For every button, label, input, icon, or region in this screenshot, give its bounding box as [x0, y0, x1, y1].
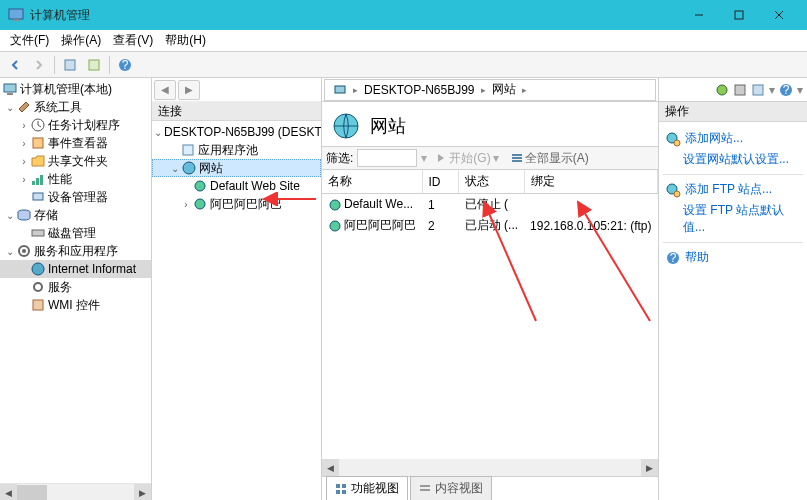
svg-text:?: ?: [122, 58, 129, 72]
svg-point-51: [674, 191, 680, 197]
menu-action[interactable]: 操作(A): [55, 30, 107, 51]
svg-rect-37: [336, 484, 340, 488]
svg-rect-33: [512, 157, 522, 159]
svg-rect-6: [65, 60, 75, 70]
tree-services-node[interactable]: 服务: [0, 278, 151, 296]
table-row[interactable]: Default We... 1 已停止 (: [322, 194, 658, 216]
col-name[interactable]: 名称: [322, 170, 422, 194]
conn-custom-site[interactable]: › 阿巴阿巴阿巴: [152, 195, 321, 213]
svg-rect-42: [420, 489, 430, 491]
breadcrumb-home-icon[interactable]: [329, 80, 351, 100]
svg-point-35: [330, 200, 340, 210]
col-binding[interactable]: 绑定: [524, 170, 657, 194]
tree-performance[interactable]: › 性能: [0, 170, 151, 188]
tree-iis[interactable]: Internet Informat: [0, 260, 151, 278]
left-scrollbar[interactable]: ◀ ▶: [0, 483, 151, 500]
svg-point-43: [717, 85, 727, 95]
scroll-left-icon[interactable]: ◀: [0, 484, 17, 500]
tree-systools[interactable]: ⌄ 系统工具: [0, 98, 151, 116]
chevron-right-icon: ▸: [479, 85, 488, 95]
toolbar-icon[interactable]: [733, 83, 747, 97]
refresh-button[interactable]: [83, 54, 105, 76]
filter-input[interactable]: [357, 149, 417, 167]
action-add-ftp[interactable]: 添加 FTP 站点...: [663, 179, 803, 200]
conn-sites[interactable]: ⌄ 网站: [152, 159, 321, 177]
expand-icon[interactable]: ›: [18, 174, 30, 185]
globe-icon: [328, 219, 342, 233]
scroll-left-icon[interactable]: ◀: [322, 459, 339, 476]
tab-content-view[interactable]: 内容视图: [410, 476, 492, 500]
properties-button[interactable]: [59, 54, 81, 76]
toolbar-icon[interactable]: [715, 83, 729, 97]
scroll-right-icon[interactable]: ▶: [641, 459, 658, 476]
toolbar-icon[interactable]: [751, 83, 765, 97]
collapse-icon[interactable]: ⌄: [4, 102, 16, 113]
breadcrumb[interactable]: ▸ DESKTOP-N65BJ99 ▸ 网站 ▸: [324, 79, 656, 101]
computer-icon: [2, 81, 18, 97]
menu-help[interactable]: 帮助(H): [159, 30, 212, 51]
scroll-right-icon[interactable]: ▶: [134, 484, 151, 500]
toolbar: ?: [0, 52, 807, 78]
svg-rect-41: [420, 485, 430, 487]
table-row[interactable]: 阿巴阿巴阿巴 2 已启动 (... 192.168.0.105:21: (ftp…: [322, 215, 658, 236]
forward-button[interactable]: [28, 54, 50, 76]
svg-rect-3: [735, 11, 743, 19]
col-status[interactable]: 状态: [459, 170, 524, 194]
svg-point-28: [195, 181, 205, 191]
tree-wmi[interactable]: WMI 控件: [0, 296, 151, 314]
page-title: 网站: [370, 114, 406, 138]
nav-forward-button[interactable]: ▶: [178, 80, 200, 100]
collapse-icon[interactable]: ⌄: [154, 127, 162, 138]
svg-point-27: [183, 162, 195, 174]
nav-back-button[interactable]: ◀: [154, 80, 176, 100]
close-button[interactable]: [759, 0, 799, 30]
go-button[interactable]: 开始(G) ▾: [431, 150, 502, 167]
tree-storage[interactable]: ⌄ 存储: [0, 206, 151, 224]
help-icon: ?: [665, 250, 681, 266]
tree-shared-folders[interactable]: › 共享文件夹: [0, 152, 151, 170]
tab-feature-view[interactable]: 功能视图: [326, 476, 408, 500]
breadcrumb-sites[interactable]: 网站: [488, 80, 520, 100]
showall-button[interactable]: 全部显示(A): [507, 150, 593, 167]
conn-app-pools[interactable]: 应用程序池: [152, 141, 321, 159]
svg-rect-34: [512, 160, 522, 162]
menu-file[interactable]: 文件(F): [4, 30, 55, 51]
action-site-defaults[interactable]: 设置网站默认设置...: [663, 149, 803, 170]
collapse-icon[interactable]: ⌄: [4, 246, 16, 257]
svg-rect-32: [512, 154, 522, 156]
wmi-icon: [30, 297, 46, 313]
col-id[interactable]: ID: [422, 170, 459, 194]
tree-device-manager[interactable]: 设备管理器: [0, 188, 151, 206]
tree-root[interactable]: 计算机管理(本地): [0, 80, 151, 98]
svg-rect-38: [342, 484, 346, 488]
expand-icon[interactable]: ›: [180, 199, 192, 210]
clock-icon: [30, 117, 46, 133]
back-button[interactable]: [4, 54, 26, 76]
help-icon[interactable]: ?: [779, 83, 793, 97]
table-scrollbar[interactable]: ◀ ▶: [322, 459, 658, 476]
action-help[interactable]: ? 帮助: [663, 247, 803, 268]
conn-default-site[interactable]: Default Web Site: [152, 177, 321, 195]
tree-disk-management[interactable]: 磁盘管理: [0, 224, 151, 242]
globe-icon: [328, 198, 342, 212]
expand-icon[interactable]: ›: [18, 156, 30, 167]
perf-icon: [30, 171, 46, 187]
collapse-icon[interactable]: ⌄: [4, 210, 16, 221]
collapse-icon[interactable]: ⌄: [169, 163, 181, 174]
conn-server[interactable]: ⌄ DESKTOP-N65BJ99 (DESKTOP: [152, 123, 321, 141]
svg-point-22: [32, 263, 44, 275]
tree-event-viewer[interactable]: › 事件查看器: [0, 134, 151, 152]
expand-icon[interactable]: ›: [18, 138, 30, 149]
menu-view[interactable]: 查看(V): [107, 30, 159, 51]
maximize-button[interactable]: [719, 0, 759, 30]
help-button[interactable]: ?: [114, 54, 136, 76]
scroll-thumb[interactable]: [17, 485, 47, 500]
tree-task-scheduler[interactable]: › 任务计划程序: [0, 116, 151, 134]
action-ftp-defaults[interactable]: 设置 FTP 站点默认值...: [663, 200, 803, 238]
minimize-button[interactable]: [679, 0, 719, 30]
expand-icon[interactable]: ›: [18, 120, 30, 131]
tree-services-apps[interactable]: ⌄ 服务和应用程序: [0, 242, 151, 260]
breadcrumb-server[interactable]: DESKTOP-N65BJ99: [360, 80, 479, 100]
action-add-website[interactable]: 添加网站...: [663, 128, 803, 149]
services-icon: [16, 243, 32, 259]
